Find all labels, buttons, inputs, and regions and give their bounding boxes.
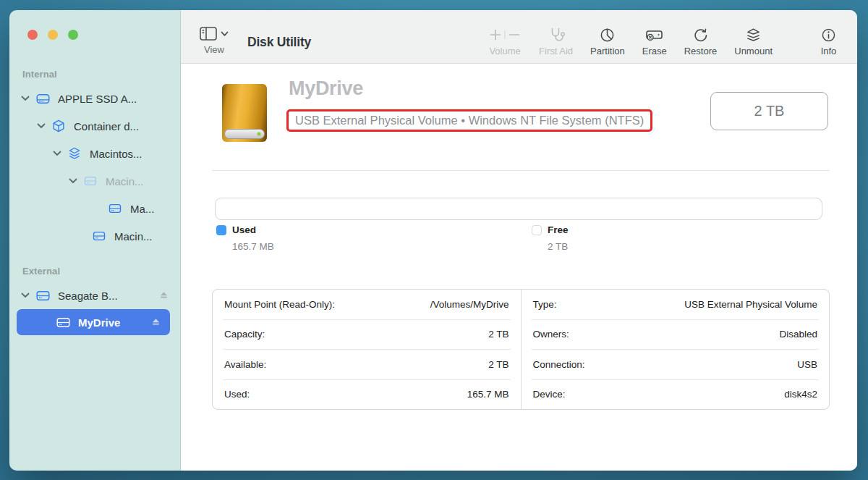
sidebar-item-label: MyDrive bbox=[78, 316, 120, 329]
unmount-button[interactable]: Unmount bbox=[734, 25, 773, 56]
detail-row-type: Type: USB External Physical Volume bbox=[532, 290, 820, 320]
erase-icon bbox=[644, 25, 664, 44]
volume-button: Volume bbox=[488, 25, 522, 56]
unmount-icon bbox=[745, 25, 762, 44]
sidebar-item-label: Macintos... bbox=[90, 148, 142, 160]
external-drive-icon bbox=[108, 201, 124, 216]
free-swatch bbox=[532, 225, 542, 235]
info-icon bbox=[820, 25, 837, 44]
chevron-down-icon[interactable] bbox=[53, 151, 62, 156]
restore-button[interactable]: Restore bbox=[684, 25, 718, 56]
toolbar-actions: Volume First Aid Partition Erase Restore bbox=[488, 25, 837, 56]
drive-detail-view: MyDrive USB External Physical Volume • W… bbox=[181, 64, 857, 471]
volume-stack-icon bbox=[67, 146, 83, 161]
info-button[interactable]: Info bbox=[820, 25, 837, 56]
drive-subtitle: USB External Physical Volume • Windows N… bbox=[295, 114, 644, 127]
divider bbox=[212, 170, 830, 171]
chevron-down-icon[interactable] bbox=[21, 96, 30, 101]
detail-row-available: Available: 2 TB bbox=[223, 350, 511, 380]
sidebar-item-ma[interactable]: Ma... bbox=[9, 195, 180, 222]
capacity-badge: 2 TB bbox=[710, 92, 828, 130]
view-button-label: View bbox=[204, 44, 224, 55]
sidebar-item-label: Seagate B... bbox=[58, 290, 118, 302]
view-button[interactable]: View bbox=[200, 25, 229, 55]
sidebar-item-mydrive[interactable]: MyDrive bbox=[17, 309, 170, 335]
external-drive-image bbox=[222, 84, 267, 142]
detail-row-connection: Connection: USB bbox=[532, 350, 820, 380]
app-title: Disk Utility bbox=[247, 35, 311, 50]
detail-row-owners: Owners: Disabled bbox=[532, 320, 820, 350]
first-aid-button: First Aid bbox=[539, 25, 573, 56]
sidebar-item-macin[interactable]: Macin... bbox=[9, 222, 180, 250]
sidebar-item-label: Macin... bbox=[106, 175, 144, 188]
chevron-down-icon[interactable] bbox=[37, 123, 46, 129]
sidebar-item-apple-ssd[interactable]: APPLE SSD A... bbox=[9, 85, 180, 112]
window-controls bbox=[9, 10, 180, 40]
sidebar-panel-icon bbox=[200, 27, 217, 41]
details-table: Mount Point (Read-Only): /Volumes/MyDriv… bbox=[212, 289, 830, 410]
detail-row-used: Used: 165.7 MB bbox=[223, 380, 511, 410]
detail-row-device: Device: disk4s2 bbox=[532, 380, 820, 410]
legend-used: Used 165.7 MB bbox=[216, 224, 274, 252]
external-drive-icon bbox=[92, 229, 108, 243]
used-swatch bbox=[216, 225, 226, 235]
external-drive-icon bbox=[35, 288, 51, 303]
minimize-window-button[interactable] bbox=[48, 30, 58, 40]
close-window-button[interactable] bbox=[27, 30, 38, 40]
drive-subtitle-annotation: USB External Physical Volume • Windows N… bbox=[286, 109, 652, 132]
sidebar: Internal APPLE SSD A... Container d... M… bbox=[9, 10, 181, 471]
sidebar-item-label: APPLE SSD A... bbox=[58, 93, 137, 105]
sidebar-item-label: Container d... bbox=[74, 120, 139, 132]
sidebar-item-macin-dimmed[interactable]: Macin... bbox=[9, 167, 180, 195]
detail-row-capacity: Capacity: 2 TB bbox=[223, 320, 511, 350]
partition-icon bbox=[599, 25, 616, 44]
disk-utility-window: Internal APPLE SSD A... Container d... M… bbox=[9, 10, 857, 471]
sidebar-item-label: Macin... bbox=[114, 230, 153, 243]
sidebar-section-external: External bbox=[22, 266, 180, 277]
drive-name: MyDrive bbox=[289, 77, 363, 100]
used-label: Used bbox=[232, 224, 256, 235]
details-right-column: Type: USB External Physical Volume Owner… bbox=[521, 290, 830, 409]
container-icon bbox=[51, 119, 67, 133]
chevron-down-icon[interactable] bbox=[69, 178, 78, 184]
zoom-window-button[interactable] bbox=[68, 30, 78, 40]
erase-button[interactable]: Erase bbox=[642, 25, 667, 56]
details-left-column: Mount Point (Read-Only): /Volumes/MyDriv… bbox=[213, 290, 521, 409]
external-drive-icon bbox=[83, 174, 99, 188]
restore-icon bbox=[692, 25, 709, 44]
add-remove-volume-icon bbox=[488, 25, 522, 44]
partition-button[interactable]: Partition bbox=[590, 25, 625, 56]
legend-free: Free 2 TB bbox=[532, 224, 569, 252]
sidebar-item-seagate[interactable]: Seagate B... bbox=[9, 282, 180, 309]
external-drive-icon bbox=[56, 315, 72, 330]
toolbar: View Disk Utility Volume First Aid Parti… bbox=[181, 10, 857, 64]
free-value: 2 TB bbox=[548, 241, 569, 252]
internal-drive-icon bbox=[35, 91, 51, 106]
first-aid-icon bbox=[548, 25, 565, 44]
detail-row-mount-point: Mount Point (Read-Only): /Volumes/MyDriv… bbox=[223, 290, 511, 320]
chevron-down-icon[interactable] bbox=[21, 292, 30, 298]
sidebar-item-macintos[interactable]: Macintos... bbox=[9, 140, 180, 167]
eject-icon[interactable] bbox=[150, 317, 161, 328]
chevron-down-icon bbox=[221, 31, 229, 37]
free-label: Free bbox=[548, 224, 569, 235]
sidebar-section-internal: Internal bbox=[22, 69, 180, 80]
used-value: 165.7 MB bbox=[232, 241, 274, 252]
drive-led bbox=[258, 132, 260, 135]
eject-icon[interactable] bbox=[158, 290, 169, 301]
sidebar-item-label: Ma... bbox=[130, 203, 154, 215]
usage-bar bbox=[215, 198, 822, 220]
main-pane: View Disk Utility Volume First Aid Parti… bbox=[181, 10, 857, 471]
sidebar-item-container[interactable]: Container d... bbox=[9, 112, 180, 140]
